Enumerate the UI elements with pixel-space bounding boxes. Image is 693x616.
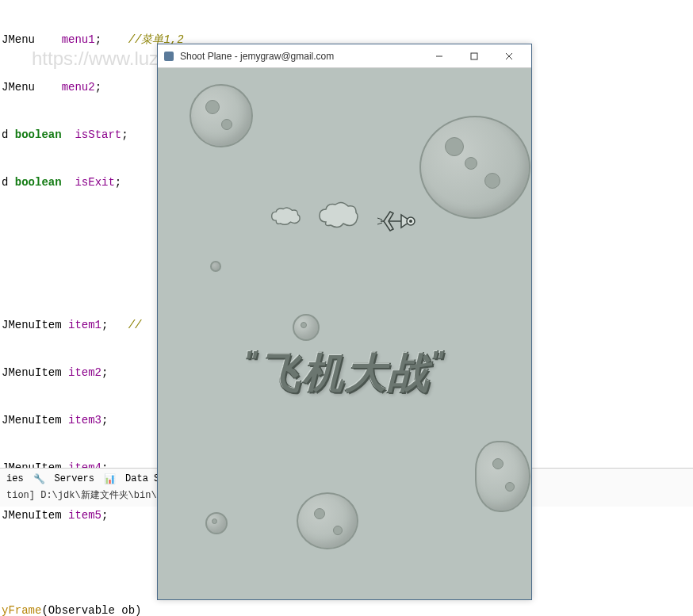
asteroid bbox=[475, 441, 530, 512]
maximize-button[interactable] bbox=[457, 45, 492, 67]
titlebar[interactable]: Shoot Plane - jemygraw@gmail.com bbox=[158, 44, 531, 68]
asteroid bbox=[293, 314, 320, 341]
svg-point-6 bbox=[409, 220, 412, 223]
cloud-icon bbox=[269, 205, 304, 228]
cloud-icon bbox=[316, 200, 361, 231]
console-tab[interactable]: ies bbox=[6, 473, 24, 485]
game-title: "飞机大战" bbox=[158, 346, 531, 401]
app-window: Shoot Plane - jemygraw@gmail.com bbox=[157, 44, 532, 600]
console-tab-servers[interactable]: Servers bbox=[55, 473, 94, 485]
svg-line-7 bbox=[377, 218, 382, 220]
data-icon: 📊 bbox=[104, 473, 116, 485]
asteroid bbox=[190, 84, 253, 147]
svg-rect-0 bbox=[164, 52, 174, 61]
window-title: Shoot Plane - jemygraw@gmail.com bbox=[180, 51, 422, 62]
minimize-button[interactable] bbox=[422, 45, 457, 67]
asteroid bbox=[297, 492, 358, 549]
close-button[interactable] bbox=[492, 45, 526, 67]
servers-icon: 🔧 bbox=[33, 473, 45, 485]
svg-rect-2 bbox=[471, 53, 477, 59]
asteroid bbox=[205, 512, 228, 534]
asteroid bbox=[210, 261, 221, 272]
app-icon bbox=[163, 50, 175, 63]
quote-right: " bbox=[431, 346, 446, 378]
player-plane bbox=[376, 207, 419, 235]
code-line: yFrame(Observable ob) bbox=[0, 603, 693, 616]
quote-left: " bbox=[243, 346, 258, 378]
svg-line-8 bbox=[377, 223, 382, 224]
game-canvas[interactable]: "飞机大战" bbox=[158, 68, 531, 599]
asteroid bbox=[419, 116, 530, 219]
